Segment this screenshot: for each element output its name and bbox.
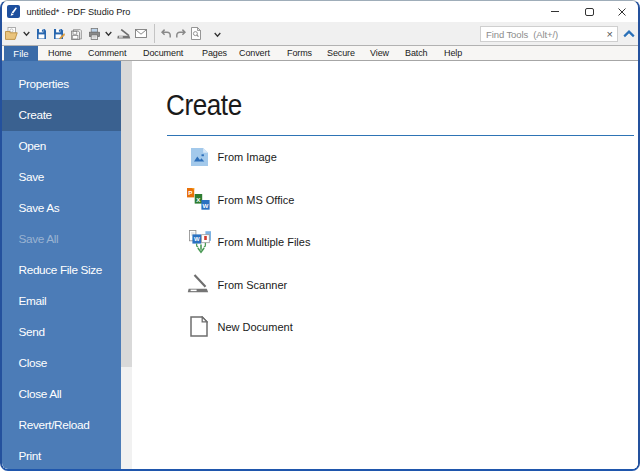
svg-text:W: W: [203, 202, 209, 209]
svg-text:W: W: [194, 236, 200, 242]
svg-text:P: P: [188, 189, 192, 196]
